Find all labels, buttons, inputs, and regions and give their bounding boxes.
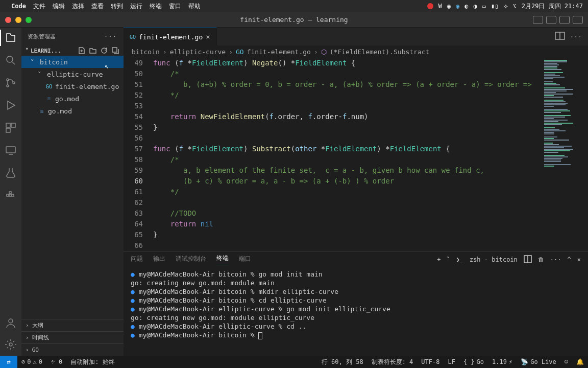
code-line[interactable]: 66 [124,240,542,251]
layout-primary-icon[interactable] [533,16,543,24]
clock[interactable]: 2月29日 周四 21:47 [522,2,583,11]
code-line[interactable]: 60 (b + c) % order = a, a - b => (a + (-… [124,176,542,187]
terminal-label[interactable]: zsh - bitcoin [470,256,518,263]
tray-icon[interactable]: ◐ [464,3,468,10]
code-line[interactable]: 53 [124,101,542,111]
feedback-icon[interactable]: ☺ [560,358,572,365]
timeline-panel[interactable]: ›时间线 [21,331,124,343]
tab-output[interactable]: 输出 [153,255,165,265]
menu-item[interactable]: 选择 [72,3,84,10]
terminal-output[interactable]: ● my@MACdeMacBook-Air bitcoin % go mod i… [124,268,588,356]
code-line[interactable]: 56 [124,133,542,144]
record-icon[interactable] [427,3,433,9]
panel-more-icon[interactable]: ··· [550,256,561,263]
testing-icon[interactable] [5,167,17,179]
code-editor[interactable]: 49func (f *FieldElement) Negate() *Field… [124,58,542,251]
menu-item[interactable]: 文件 [33,3,45,10]
tab-finit-element[interactable]: GO finit-element.go × [124,28,217,45]
close-tab-icon[interactable]: × [206,33,210,41]
minimize-window-button[interactable] [15,17,21,23]
settings-gear-icon[interactable] [5,338,17,351]
code-line[interactable]: 58 /* [124,154,542,165]
code-line[interactable]: 61 */ [124,187,542,197]
cursor-position[interactable]: 行 60, 列 58 [317,358,368,366]
menu-item[interactable]: 转到 [111,3,123,10]
tree-folder-bitcoin[interactable]: ˅ bitcoin [21,56,124,68]
go-panel[interactable]: ›GO [21,343,124,356]
extensions-icon[interactable] [5,122,17,134]
new-terminal-icon[interactable]: + [437,256,440,263]
code-line[interactable]: 59 a, b element of the finite set, c = a… [124,165,542,176]
run-debug-icon[interactable] [5,99,17,111]
code-line[interactable]: 54 return NewFieldElement(f.order, f.ord… [124,111,542,122]
control-center-icon[interactable]: ⌥ [513,3,517,10]
language-status[interactable]: { } Go [459,358,488,365]
code-line[interactable]: 52 */ [124,90,542,101]
tab-ports[interactable]: 端口 [239,255,251,265]
minimap[interactable] [542,58,588,251]
outline-panel[interactable]: ›大纲 [21,319,124,331]
code-line[interactable]: 55} [124,122,542,133]
remote-icon[interactable] [5,144,17,156]
go-live-status[interactable]: 📡 Go Live [517,358,560,365]
code-line[interactable]: 62 [124,197,542,208]
tree-file-gomod-inner[interactable]: ≡ go.mod [21,93,124,105]
menu-item[interactable]: 窗口 [169,3,181,10]
tab-terminal[interactable]: 终端 [216,254,229,265]
explorer-icon[interactable] [5,32,17,44]
tree-file-finit-element[interactable]: GO finit-element.go [21,80,124,93]
code-line[interactable]: 49func (f *FieldElement) Negate() *Field… [124,58,542,68]
close-window-button[interactable] [5,17,11,23]
tray-icon[interactable]: ◑ [474,3,477,10]
tree-file-gomod[interactable]: ≡ go.mod [21,105,124,117]
kill-terminal-icon[interactable]: 🗑 [538,256,544,263]
terminal-dropdown-icon[interactable]: ˅ [447,256,450,263]
ports-status[interactable]: ᯤ 0 [46,358,66,365]
folder-section[interactable]: ˅ LEARNI... [21,45,124,56]
breadcrumb[interactable]: bitcoin› elliptic-curve› GOfinit-element… [124,45,588,58]
remote-indicator[interactable]: ⇄ [0,356,17,368]
problems-status[interactable]: ⊘ 0 ⚠ 0 [17,358,46,365]
refresh-icon[interactable] [100,47,108,55]
safari-icon[interactable]: ◉ [456,3,459,10]
menu-app[interactable]: Code [11,3,26,10]
sidebar-more-icon[interactable]: ··· [104,33,117,40]
code-line[interactable]: 51 b, (a+b) % order = 0, b = order - a, … [124,79,542,90]
go-version-status[interactable]: 1.19 ⚡ [488,358,517,365]
display-icon[interactable]: ▭ [482,3,486,10]
auto-attach-status[interactable]: 自动附加: 始终 [66,358,118,366]
menu-item[interactable]: 帮助 [188,3,201,10]
menu-item[interactable]: 查看 [91,3,104,10]
encoding-status[interactable]: UTF-8 [417,358,444,365]
battery-icon[interactable]: ▮▯ [491,3,498,10]
code-line[interactable]: 63 //TODO [124,208,542,219]
code-line[interactable]: 57func (f *FieldElement) Substract(other… [124,144,542,154]
tab-problems[interactable]: 问题 [131,255,143,265]
split-terminal-icon[interactable] [524,255,532,265]
code-line[interactable]: 65} [124,229,542,240]
layout-panel-icon[interactable] [546,16,556,24]
collapse-all-icon[interactable] [111,47,119,55]
indent-status[interactable]: 制表符长度: 4 [368,358,418,366]
code-line[interactable]: 50 /* [124,68,542,79]
source-control-icon[interactable] [5,77,17,89]
eol-status[interactable]: LF [444,358,459,365]
menu-item[interactable]: 运行 [130,3,142,10]
panel-close-icon[interactable]: × [577,256,581,263]
layout-secondary-icon[interactable] [559,16,570,24]
more-actions-icon[interactable]: ··· [570,33,582,40]
wifi-icon[interactable]: ⟡ [504,3,508,10]
tray-icon[interactable]: W [438,3,442,10]
wechat-icon[interactable]: ◉ [447,3,451,10]
menu-item[interactable]: 终端 [150,3,162,10]
code-line[interactable]: 64 return nil [124,219,542,229]
panel-maximize-icon[interactable]: ^ [568,256,571,263]
layout-customize-icon[interactable] [573,16,583,24]
notifications-icon[interactable]: 🔔 [572,358,588,365]
tab-debug-console[interactable]: 调试控制台 [176,255,206,265]
search-icon[interactable] [5,54,17,66]
accounts-icon[interactable] [5,317,17,329]
docker-icon[interactable] [5,189,17,201]
maximize-window-button[interactable] [26,17,32,23]
new-file-icon[interactable] [78,47,86,55]
